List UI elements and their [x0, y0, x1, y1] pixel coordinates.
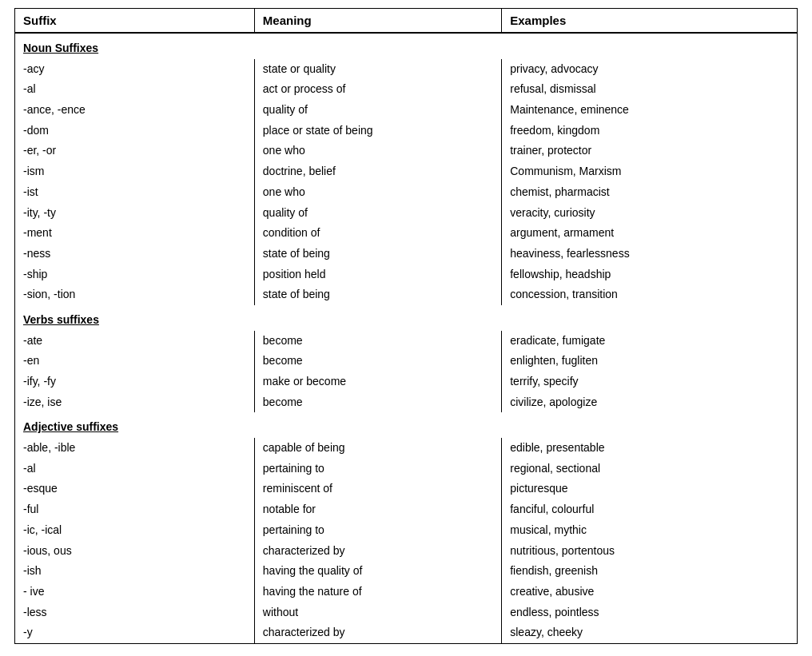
suffix-cell: -able, -ible — [15, 438, 254, 459]
meaning-cell: one who — [254, 141, 501, 161]
table-row: -ify, -fymake or becometerrify, specify — [15, 372, 797, 392]
table-row: -ity, -tyquality ofveracity, curiosity — [15, 203, 797, 224]
examples-cell: musical, mythic — [502, 520, 797, 541]
suffix-cell: -acy — [15, 59, 254, 80]
table-row: -mentcondition ofargument, armament — [15, 223, 797, 244]
table-row: Noun Suffixes — [15, 33, 797, 59]
table-row: -shipposition heldfellowship, headship — [15, 264, 797, 285]
examples-cell: terrify, specify — [502, 372, 797, 392]
section-header-cell: Verbs suffixes — [15, 305, 797, 331]
examples-cell: regional, sectional — [502, 459, 797, 479]
suffix-cell: -en — [15, 351, 254, 372]
suffix-cell: -dom — [15, 121, 254, 141]
meaning-cell: pertaining to — [254, 520, 501, 541]
table-row: -ishhaving the quality offiendish, green… — [15, 561, 797, 582]
section-header-cell: Noun Suffixes — [15, 33, 797, 59]
examples-cell: Communism, Marxism — [502, 161, 797, 182]
suffix-cell: -sion, -tion — [15, 284, 254, 305]
suffix-cell: -ic, -ical — [15, 520, 254, 541]
table-row: Verbs suffixes — [15, 305, 797, 331]
meaning-cell: act or process of — [254, 79, 501, 100]
table-row: Adjective suffixes — [15, 412, 797, 438]
examples-cell: refusal, dismissal — [502, 79, 797, 100]
suffix-cell: -ish — [15, 561, 254, 582]
suffix-cell: -al — [15, 459, 254, 479]
table-row: -enbecomeenlighten, fugliten — [15, 351, 797, 372]
meaning-cell: become — [254, 351, 501, 372]
meaning-cell: characterized by — [254, 541, 501, 562]
suffix-cell: - ive — [15, 582, 254, 602]
meaning-cell: characterized by — [254, 622, 501, 643]
suffix-cell: -ness — [15, 244, 254, 264]
table-row: -sion, -tionstate of beingconcession, tr… — [15, 284, 797, 305]
meaning-cell: state of being — [254, 244, 501, 264]
examples-cell: argument, armament — [502, 223, 797, 244]
table-row: -acystate or qualityprivacy, advocacy — [15, 59, 797, 80]
suffix-cell: -less — [15, 602, 254, 623]
meaning-cell: become — [254, 392, 501, 413]
suffix-cell: -al — [15, 79, 254, 100]
suffix-cell: -er, -or — [15, 141, 254, 161]
examples-cell: trainer, protector — [502, 141, 797, 161]
meaning-cell: position held — [254, 264, 501, 285]
table-body: Noun Suffixes-acystate or qualityprivacy… — [15, 33, 797, 643]
table-row: -esquereminiscent ofpicturesque — [15, 479, 797, 499]
suffix-cell: -ance, -ence — [15, 100, 254, 121]
suffix-cell: -ism — [15, 161, 254, 182]
meaning-cell: capable of being — [254, 438, 501, 459]
examples-cell: freedom, kingdom — [502, 121, 797, 141]
suffix-cell: -ful — [15, 499, 254, 520]
suffix-cell: -ist — [15, 182, 254, 203]
examples-cell: civilize, apologize — [502, 392, 797, 413]
table-row: -ismdoctrine, beliefCommunism, Marxism — [15, 161, 797, 182]
meaning-cell: condition of — [254, 223, 501, 244]
suffix-table: Suffix Meaning Examples Noun Suffixes-ac… — [15, 9, 797, 643]
table-row: -nessstate of beingheaviness, fearlessne… — [15, 244, 797, 264]
table-row: - ivehaving the nature ofcreative, abusi… — [15, 582, 797, 602]
table-row: -able, -iblecapable of beingedible, pres… — [15, 438, 797, 459]
table-row: -atebecomeeradicate, fumigate — [15, 331, 797, 352]
examples-cell: Maintenance, eminence — [502, 100, 797, 121]
table-row: -domplace or state of beingfreedom, king… — [15, 121, 797, 141]
table-row: -alact or process ofrefusal, dismissal — [15, 79, 797, 100]
suffix-cell: -ious, ous — [15, 541, 254, 562]
meaning-cell: reminiscent of — [254, 479, 501, 499]
meaning-cell: having the quality of — [254, 561, 501, 582]
meaning-cell: notable for — [254, 499, 501, 520]
meaning-cell: make or become — [254, 372, 501, 392]
examples-cell: sleazy, cheeky — [502, 622, 797, 643]
suffix-cell: -ize, ise — [15, 392, 254, 413]
examples-cell: enlighten, fugliten — [502, 351, 797, 372]
meaning-cell: without — [254, 602, 501, 623]
suffix-cell: -y — [15, 622, 254, 643]
examples-cell: fellowship, headship — [502, 264, 797, 285]
meaning-cell: one who — [254, 182, 501, 203]
examples-cell: concession, transition — [502, 284, 797, 305]
section-header-cell: Adjective suffixes — [15, 412, 797, 438]
meaning-cell: pertaining to — [254, 459, 501, 479]
suffix-cell: -ment — [15, 223, 254, 244]
examples-cell: endless, pointless — [502, 602, 797, 623]
suffix-cell: -ship — [15, 264, 254, 285]
suffix-header: Suffix — [15, 9, 254, 33]
table-row: -er, -orone whotrainer, protector — [15, 141, 797, 161]
examples-cell: veracity, curiosity — [502, 203, 797, 224]
table-row: -istone whochemist, pharmacist — [15, 182, 797, 203]
meaning-cell: state or quality — [254, 59, 501, 80]
suffix-table-container: Suffix Meaning Examples Noun Suffixes-ac… — [14, 8, 798, 644]
examples-cell: eradicate, fumigate — [502, 331, 797, 352]
suffix-cell: -esque — [15, 479, 254, 499]
meaning-cell: place or state of being — [254, 121, 501, 141]
examples-cell: picturesque — [502, 479, 797, 499]
examples-cell: privacy, advocacy — [502, 59, 797, 80]
table-header-row: Suffix Meaning Examples — [15, 9, 797, 33]
examples-cell: edible, presentable — [502, 438, 797, 459]
table-row: -ance, -encequality ofMaintenance, emine… — [15, 100, 797, 121]
examples-cell: creative, abusive — [502, 582, 797, 602]
examples-header: Examples — [502, 9, 797, 33]
examples-cell: fanciful, colourful — [502, 499, 797, 520]
table-row: -ize, isebecomecivilize, apologize — [15, 392, 797, 413]
meaning-cell: become — [254, 331, 501, 352]
table-row: -alpertaining toregional, sectional — [15, 459, 797, 479]
meaning-cell: doctrine, belief — [254, 161, 501, 182]
